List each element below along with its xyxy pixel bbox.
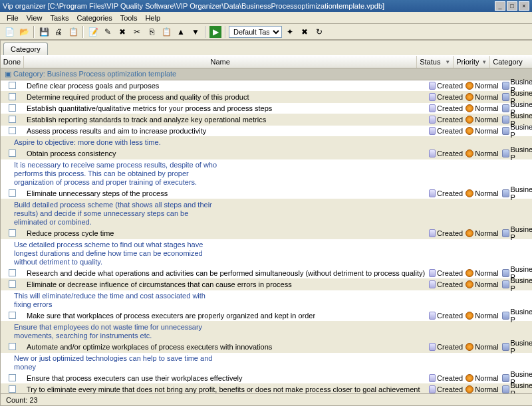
priority-text: Normal [475, 189, 498, 197]
task-row[interactable]: Obtain process consistencyCreatedNormalB… [1, 148, 532, 159]
done-checkbox[interactable] [9, 269, 16, 276]
tb-up-icon[interactable]: ▲ [174, 25, 188, 39]
toolbar: 📄 📂 💾 🖨 📋 📝 ✎ ✖ ✂ ⎘ 📋 ▲ ▼ ▶ Default Task… [0, 24, 532, 40]
tb-open-icon[interactable]: 📂 [17, 25, 31, 39]
priority-icon [466, 229, 473, 237]
menu-help[interactable]: Help [141, 13, 164, 23]
group-row[interactable]: ▣ Category: Business Process optimizatio… [1, 68, 532, 80]
tab-category[interactable]: Category [3, 43, 48, 55]
menu-file[interactable]: File [3, 13, 23, 23]
tb-refresh-icon[interactable]: ↻ [313, 25, 326, 39]
note-row: This will eliminate/reduce the time and … [1, 290, 532, 310]
col-name[interactable]: Name [24, 56, 417, 68]
tb-copy-icon[interactable]: ⎘ [145, 25, 158, 39]
done-checkbox[interactable] [9, 93, 16, 100]
menu-view[interactable]: View [23, 13, 47, 23]
menu-tools[interactable]: Tools [116, 13, 142, 23]
filter-icon[interactable]: ▼ [445, 59, 450, 65]
column-header: Done Name Status▼ Priority▼ Category▼ [1, 55, 532, 68]
task-name: Reduce process cycle time [24, 229, 428, 237]
status-icon [429, 385, 436, 393]
tb-new-icon[interactable]: 📄 [3, 25, 16, 39]
task-name: Obtain process consistency [24, 150, 428, 157]
task-row[interactable]: Try to eliminate every minute that does … [1, 384, 532, 393]
col-priority[interactable]: Priority▼ [454, 56, 490, 68]
task-row[interactable]: Define clear process goals and purposesC… [1, 80, 532, 92]
menu-bar: File View Tasks Categories Tools Help [0, 12, 532, 24]
task-row[interactable]: Eliminate or decrease influence of circu… [1, 279, 532, 290]
category-icon [502, 189, 509, 197]
menu-categories[interactable]: Categories [73, 13, 116, 23]
app-title: Vip organizer [C:\Program Files\VIP Qual… [3, 2, 493, 10]
priority-icon [466, 82, 473, 90]
maximize-button[interactable]: □ [507, 1, 517, 11]
priority-text: Normal [475, 269, 498, 277]
category-icon [502, 280, 509, 288]
tb-run-icon[interactable]: ▶ [209, 25, 222, 39]
tb-view-select[interactable]: Default Task V [229, 26, 282, 38]
done-checkbox[interactable] [9, 127, 16, 134]
tb-clear-icon[interactable]: ✖ [298, 25, 311, 39]
done-checkbox[interactable] [9, 229, 16, 237]
status-icon [429, 116, 436, 124]
menu-tasks[interactable]: Tasks [46, 13, 72, 23]
task-row[interactable]: Reduce process cycle timeCreatedNormalBu… [1, 228, 532, 239]
filter-icon[interactable]: ▼ [481, 59, 487, 65]
col-category[interactable]: Category▼ [490, 56, 532, 68]
task-row[interactable]: Ensure that process executers can use th… [1, 373, 532, 384]
priority-text: Normal [475, 374, 498, 382]
status-icon [429, 229, 436, 237]
status-text: Created [437, 82, 463, 90]
priority-text: Normal [475, 82, 498, 90]
priority-icon [466, 374, 473, 382]
done-checkbox[interactable] [9, 374, 16, 381]
col-status[interactable]: Status▼ [417, 56, 454, 68]
task-row[interactable]: Automate and/or optimize workplaces of p… [1, 342, 532, 353]
tb-cut-icon[interactable]: ✂ [130, 25, 144, 39]
tb-delete-icon[interactable]: ✖ [116, 25, 129, 39]
category-text: Business P [511, 339, 532, 355]
tb-print-icon[interactable]: 🖨 [52, 25, 65, 39]
tb-save-icon[interactable]: 💾 [37, 25, 51, 39]
done-checkbox[interactable] [9, 189, 16, 197]
status-icon [429, 312, 436, 320]
task-row[interactable]: Establish reporting standards to track a… [1, 114, 532, 126]
priority-icon [466, 150, 473, 157]
tb-paste-icon[interactable]: 📋 [160, 25, 173, 39]
status-icon [429, 104, 436, 112]
task-row[interactable]: Research and decide what operations and … [1, 268, 532, 279]
priority-text: Normal [475, 127, 498, 135]
col-done[interactable]: Done [1, 56, 24, 68]
note-row: Aspire to objective: more done with less… [1, 137, 532, 148]
tb-wand-icon[interactable]: ✦ [283, 25, 297, 39]
done-checkbox[interactable] [9, 343, 16, 350]
status-icon [429, 343, 436, 351]
task-row[interactable]: Establish quantitative/qualitative metri… [1, 103, 532, 114]
close-button[interactable]: × [519, 1, 529, 11]
status-icon [429, 93, 436, 101]
category-text: Business P [511, 123, 532, 139]
done-checkbox[interactable] [9, 116, 16, 123]
done-checkbox[interactable] [9, 104, 16, 112]
task-row[interactable]: Make sure that workplaces of process exe… [1, 310, 532, 322]
task-row[interactable]: Assess process results and aim to increa… [1, 126, 532, 137]
priority-text: Normal [475, 312, 498, 320]
task-grid[interactable]: ▣ Category: Business Process optimizatio… [1, 68, 532, 393]
done-checkbox[interactable] [9, 280, 16, 288]
task-row[interactable]: Determine required product of the proces… [1, 92, 532, 103]
done-checkbox[interactable] [9, 385, 16, 393]
tb-newtask-icon[interactable]: 📝 [86, 25, 100, 39]
tb-down-icon[interactable]: ▼ [189, 25, 202, 39]
note-row: Use detailed process scheme to find out … [1, 239, 532, 268]
priority-icon [466, 104, 473, 112]
task-row[interactable]: Eliminate unnecessary steps of the proce… [1, 188, 532, 199]
done-checkbox[interactable] [9, 82, 16, 89]
done-checkbox[interactable] [9, 150, 16, 157]
done-checkbox[interactable] [9, 312, 16, 319]
tb-edit-icon[interactable]: ✎ [101, 25, 114, 39]
minimize-button[interactable]: _ [495, 1, 505, 11]
tb-export-icon[interactable]: 📋 [66, 25, 80, 39]
title-bar: Vip organizer [C:\Program Files\VIP Qual… [0, 0, 532, 12]
status-text: Created [437, 229, 463, 237]
priority-text: Normal [475, 343, 498, 351]
